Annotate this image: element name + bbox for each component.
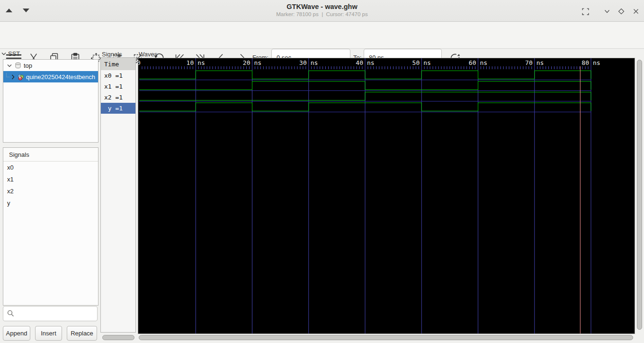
chevron-down-icon <box>604 8 610 15</box>
expander-down-icon[interactable] <box>7 64 12 67</box>
sst-tree-panel[interactable]: top quine20250424testbench <box>3 59 98 143</box>
tree-item-label: quine20250424testbench <box>26 73 95 81</box>
scope-cylinder-icon <box>15 62 21 69</box>
expander-right-icon[interactable] <box>11 74 15 80</box>
close-button[interactable] <box>632 7 640 16</box>
restore-window-button[interactable] <box>581 7 590 16</box>
svg-text:70: 70 <box>525 59 533 66</box>
trace-x1 <box>139 81 591 90</box>
window-title: GTKWave - wave.ghw <box>0 3 644 10</box>
signal-names-panel: Time x0 =1x1 =1x2 =1 y =1 <box>100 57 136 333</box>
tree-guide-line <box>6 73 9 77</box>
svg-text:ns: ns <box>197 59 205 66</box>
window-subtitle: Marker: 78100 ps | Cursor: 47470 ps <box>0 11 644 17</box>
waves-frame-label: Waves <box>139 51 157 58</box>
facilities-header: Signals <box>3 148 98 162</box>
svg-text:80: 80 <box>581 59 589 66</box>
facility-item-x2[interactable]: x2 <box>3 185 98 197</box>
signal-search <box>3 306 98 321</box>
minimize-button[interactable] <box>603 7 611 16</box>
titlebar: GTKWave - wave.ghw Marker: 78100 ps | Cu… <box>0 0 644 22</box>
tree-item-testbench[interactable]: quine20250424testbench <box>3 71 98 82</box>
svg-text:60: 60 <box>469 59 476 66</box>
collapse-chevron-icon <box>1 52 6 55</box>
tree-item-label: top <box>24 62 32 69</box>
marker-status: Marker: 78100 ps <box>276 11 319 17</box>
wave-canvas[interactable]: 010ns20ns30ns40ns50ns60ns70ns80ns <box>138 58 635 334</box>
signals-frame-label: Signals <box>102 51 122 58</box>
signal-row-x2[interactable]: x2 =1 <box>101 92 135 103</box>
timeline-labels: 010ns20ns30ns40ns50ns60ns70ns80ns <box>138 59 600 66</box>
signal-row-x1[interactable]: x1 =1 <box>101 81 135 92</box>
restore-icon <box>582 8 589 15</box>
cursor-status: Cursor: 47470 ps <box>326 11 368 17</box>
close-icon <box>633 8 639 15</box>
replace-button[interactable]: Replace <box>67 326 97 341</box>
toolbar: From: To: <box>0 22 644 49</box>
svg-text:30: 30 <box>299 59 307 66</box>
diamond-icon <box>618 8 625 15</box>
title-block: GTKWave - wave.ghw Marker: 78100 ps | Cu… <box>0 3 644 17</box>
signal-name-rows: x0 =1x1 =1x2 =1 y =1 <box>101 70 135 114</box>
signal-row-x0[interactable]: x0 =1 <box>101 70 135 81</box>
svg-text:10: 10 <box>187 59 194 66</box>
sst-frame-label: SST <box>1 50 20 57</box>
svg-text:ns: ns <box>254 59 262 66</box>
facilities-panel: Signals x0x1x2y <box>3 147 98 306</box>
svg-text:ns: ns <box>593 59 600 66</box>
svg-text:ns: ns <box>311 59 318 66</box>
maximize-button[interactable] <box>617 7 626 16</box>
sst-header: SST <box>8 50 20 57</box>
svg-text:ns: ns <box>423 59 431 66</box>
tree-item-top[interactable]: top <box>3 60 98 71</box>
waves-hscrollbar[interactable] <box>139 335 633 340</box>
append-button[interactable]: Append <box>3 326 30 341</box>
svg-text:40: 40 <box>356 59 363 66</box>
waves-vscrollbar[interactable] <box>637 60 642 330</box>
svg-text:ns: ns <box>480 59 488 66</box>
facilities-list: x0x1x2y <box>3 162 98 209</box>
search-icon <box>7 309 15 317</box>
svg-text:50: 50 <box>412 59 420 66</box>
time-column-header[interactable]: Time <box>101 58 135 70</box>
facility-item-x0[interactable]: x0 <box>3 162 98 173</box>
signal-row-y[interactable]: y =1 <box>101 103 135 114</box>
waveform-plot: 010ns20ns30ns40ns50ns60ns70ns80ns <box>138 58 635 334</box>
svg-text:ns: ns <box>367 59 375 66</box>
svg-text:20: 20 <box>243 59 250 66</box>
facility-item-y[interactable]: y <box>3 197 98 209</box>
search-input[interactable] <box>3 306 98 321</box>
status-separator: | <box>322 11 323 17</box>
module-icon <box>17 73 24 81</box>
trace-x0 <box>139 71 591 79</box>
signal-panel-hscrollbar[interactable] <box>102 335 134 340</box>
trace-x2 <box>139 92 591 100</box>
grid-lines <box>196 58 591 334</box>
svg-text:0: 0 <box>138 59 141 66</box>
insert-button[interactable]: Insert <box>35 326 62 341</box>
svg-text:ns: ns <box>537 59 544 66</box>
facility-item-x1[interactable]: x1 <box>3 173 98 185</box>
